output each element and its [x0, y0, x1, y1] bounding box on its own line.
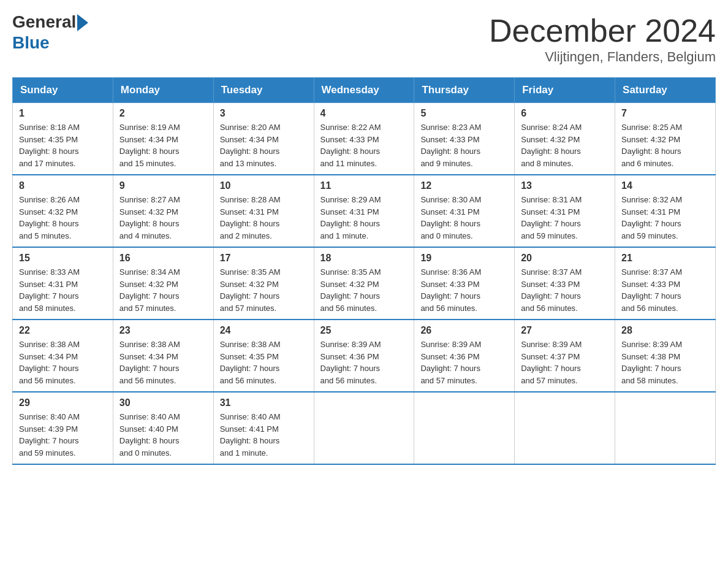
day-number: 14 [621, 180, 709, 191]
day-info: Sunrise: 8:38 AM Sunset: 4:34 PM Dayligh… [119, 339, 207, 386]
calendar-cell: 18Sunrise: 8:35 AM Sunset: 4:32 PM Dayli… [314, 247, 414, 320]
calendar-cell: 10Sunrise: 8:28 AM Sunset: 4:31 PM Dayli… [213, 175, 314, 247]
logo-arrow-icon [77, 14, 88, 31]
day-info: Sunrise: 8:24 AM Sunset: 4:32 PM Dayligh… [521, 121, 609, 169]
logo-blue-text: Blue [12, 33, 50, 53]
calendar-cell: 24Sunrise: 8:38 AM Sunset: 4:35 PM Dayli… [213, 320, 314, 392]
day-number: 12 [420, 180, 508, 191]
day-info: Sunrise: 8:22 AM Sunset: 4:33 PM Dayligh… [320, 121, 408, 169]
calendar-cell: 27Sunrise: 8:39 AM Sunset: 4:37 PM Dayli… [515, 320, 615, 392]
logo-general-text: General [12, 12, 76, 32]
day-number: 28 [621, 325, 709, 336]
column-header-thursday: Thursday [414, 78, 515, 103]
calendar-cell: 17Sunrise: 8:35 AM Sunset: 4:32 PM Dayli… [213, 247, 314, 320]
day-number: 27 [521, 325, 609, 336]
day-number: 3 [220, 108, 308, 119]
calendar-cell [314, 392, 414, 464]
calendar-cell: 3Sunrise: 8:20 AM Sunset: 4:34 PM Daylig… [213, 103, 314, 175]
calendar-cell: 25Sunrise: 8:39 AM Sunset: 4:36 PM Dayli… [314, 320, 414, 392]
calendar-cell: 11Sunrise: 8:29 AM Sunset: 4:31 PM Dayli… [314, 175, 414, 247]
calendar-cell: 26Sunrise: 8:39 AM Sunset: 4:36 PM Dayli… [414, 320, 515, 392]
calendar-cell: 5Sunrise: 8:23 AM Sunset: 4:33 PM Daylig… [414, 103, 515, 175]
calendar-week-row: 1Sunrise: 8:18 AM Sunset: 4:35 PM Daylig… [13, 103, 716, 175]
calendar-cell: 28Sunrise: 8:39 AM Sunset: 4:38 PM Dayli… [615, 320, 716, 392]
calendar-cell: 12Sunrise: 8:30 AM Sunset: 4:31 PM Dayli… [414, 175, 515, 247]
day-number: 7 [621, 108, 709, 119]
day-number: 24 [220, 325, 308, 336]
day-number: 10 [220, 180, 308, 191]
day-info: Sunrise: 8:37 AM Sunset: 4:33 PM Dayligh… [521, 266, 609, 314]
day-info: Sunrise: 8:32 AM Sunset: 4:31 PM Dayligh… [621, 194, 709, 242]
calendar-cell: 16Sunrise: 8:34 AM Sunset: 4:32 PM Dayli… [113, 247, 213, 320]
calendar-cell: 31Sunrise: 8:40 AM Sunset: 4:41 PM Dayli… [213, 392, 314, 464]
calendar-cell: 20Sunrise: 8:37 AM Sunset: 4:33 PM Dayli… [515, 247, 615, 320]
calendar-cell: 8Sunrise: 8:26 AM Sunset: 4:32 PM Daylig… [13, 175, 113, 247]
day-number: 8 [19, 180, 107, 191]
column-header-saturday: Saturday [615, 78, 716, 103]
day-number: 17 [220, 253, 308, 264]
day-info: Sunrise: 8:31 AM Sunset: 4:31 PM Dayligh… [521, 194, 609, 242]
calendar-cell: 13Sunrise: 8:31 AM Sunset: 4:31 PM Dayli… [515, 175, 615, 247]
calendar-cell: 30Sunrise: 8:40 AM Sunset: 4:40 PM Dayli… [113, 392, 213, 464]
day-info: Sunrise: 8:37 AM Sunset: 4:33 PM Dayligh… [621, 266, 709, 314]
day-info: Sunrise: 8:39 AM Sunset: 4:36 PM Dayligh… [320, 339, 408, 386]
calendar-week-row: 15Sunrise: 8:33 AM Sunset: 4:31 PM Dayli… [13, 247, 716, 320]
day-info: Sunrise: 8:34 AM Sunset: 4:32 PM Dayligh… [119, 266, 207, 314]
column-header-sunday: Sunday [13, 78, 113, 103]
calendar-cell [414, 392, 515, 464]
day-info: Sunrise: 8:40 AM Sunset: 4:39 PM Dayligh… [19, 411, 107, 459]
calendar-cell: 15Sunrise: 8:33 AM Sunset: 4:31 PM Dayli… [13, 247, 113, 320]
day-info: Sunrise: 8:35 AM Sunset: 4:32 PM Dayligh… [220, 266, 308, 314]
day-number: 4 [320, 108, 408, 119]
calendar-cell: 21Sunrise: 8:37 AM Sunset: 4:33 PM Dayli… [615, 247, 716, 320]
calendar-week-row: 8Sunrise: 8:26 AM Sunset: 4:32 PM Daylig… [13, 175, 716, 247]
column-header-tuesday: Tuesday [213, 78, 314, 103]
column-header-wednesday: Wednesday [314, 78, 414, 103]
calendar-cell [615, 392, 716, 464]
day-number: 29 [19, 397, 107, 408]
day-number: 16 [119, 253, 207, 264]
day-number: 21 [621, 253, 709, 264]
calendar-cell: 2Sunrise: 8:19 AM Sunset: 4:34 PM Daylig… [113, 103, 213, 175]
calendar-cell: 14Sunrise: 8:32 AM Sunset: 4:31 PM Dayli… [615, 175, 716, 247]
day-info: Sunrise: 8:30 AM Sunset: 4:31 PM Dayligh… [420, 194, 508, 242]
day-info: Sunrise: 8:36 AM Sunset: 4:33 PM Dayligh… [420, 266, 508, 314]
calendar-week-row: 22Sunrise: 8:38 AM Sunset: 4:34 PM Dayli… [13, 320, 716, 392]
day-info: Sunrise: 8:35 AM Sunset: 4:32 PM Dayligh… [320, 266, 408, 314]
calendar-cell: 4Sunrise: 8:22 AM Sunset: 4:33 PM Daylig… [314, 103, 414, 175]
page-header: General Blue December 2024 Vlijtingen, F… [12, 12, 716, 65]
day-info: Sunrise: 8:40 AM Sunset: 4:41 PM Dayligh… [220, 411, 308, 459]
calendar-cell: 1Sunrise: 8:18 AM Sunset: 4:35 PM Daylig… [13, 103, 113, 175]
day-number: 5 [420, 108, 508, 119]
calendar-cell: 6Sunrise: 8:24 AM Sunset: 4:32 PM Daylig… [515, 103, 615, 175]
calendar-cell: 22Sunrise: 8:38 AM Sunset: 4:34 PM Dayli… [13, 320, 113, 392]
logo: General Blue [12, 12, 88, 53]
column-header-monday: Monday [113, 78, 213, 103]
day-number: 18 [320, 253, 408, 264]
calendar-cell: 19Sunrise: 8:36 AM Sunset: 4:33 PM Dayli… [414, 247, 515, 320]
day-number: 11 [320, 180, 408, 191]
day-number: 6 [521, 108, 609, 119]
day-number: 25 [320, 325, 408, 336]
day-info: Sunrise: 8:27 AM Sunset: 4:32 PM Dayligh… [119, 194, 207, 242]
day-number: 23 [119, 325, 207, 336]
day-info: Sunrise: 8:33 AM Sunset: 4:31 PM Dayligh… [19, 266, 107, 314]
day-number: 15 [19, 253, 107, 264]
day-number: 31 [220, 397, 308, 408]
column-header-friday: Friday [515, 78, 615, 103]
calendar-header-row: SundayMondayTuesdayWednesdayThursdayFrid… [13, 78, 716, 103]
day-number: 30 [119, 397, 207, 408]
day-info: Sunrise: 8:38 AM Sunset: 4:34 PM Dayligh… [19, 339, 107, 386]
day-number: 13 [521, 180, 609, 191]
day-info: Sunrise: 8:39 AM Sunset: 4:36 PM Dayligh… [420, 339, 508, 386]
calendar-cell [515, 392, 615, 464]
day-info: Sunrise: 8:20 AM Sunset: 4:34 PM Dayligh… [220, 121, 308, 169]
day-number: 1 [19, 108, 107, 119]
day-info: Sunrise: 8:39 AM Sunset: 4:38 PM Dayligh… [621, 339, 709, 386]
day-number: 26 [420, 325, 508, 336]
day-number: 2 [119, 108, 207, 119]
day-number: 20 [521, 253, 609, 264]
location-text: Vlijtingen, Flanders, Belgium [489, 49, 716, 65]
day-info: Sunrise: 8:28 AM Sunset: 4:31 PM Dayligh… [220, 194, 308, 242]
calendar-cell: 29Sunrise: 8:40 AM Sunset: 4:39 PM Dayli… [13, 392, 113, 464]
